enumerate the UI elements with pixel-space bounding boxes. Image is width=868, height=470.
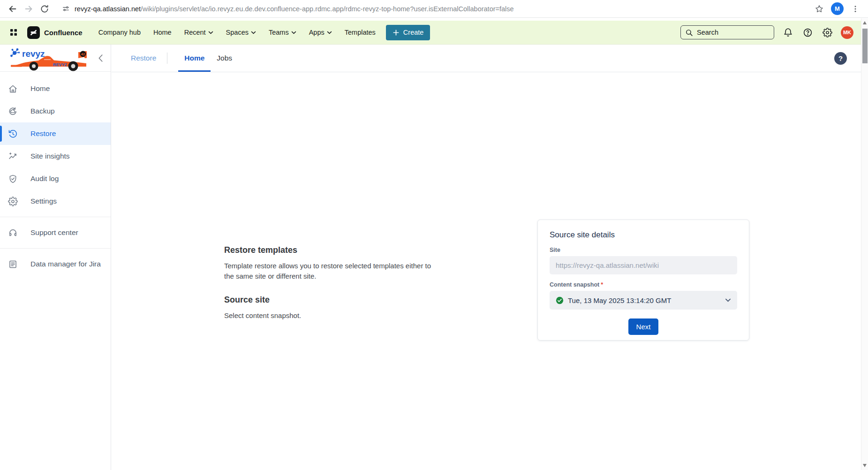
nav-item-apps[interactable]: Apps <box>309 29 332 36</box>
main-content: Restore templates Template restore allow… <box>112 73 861 470</box>
scroll-up-arrow[interactable] <box>863 21 867 24</box>
browser-toolbar: revyz-qa.atlassian.net/wiki/plugins/serv… <box>0 0 868 18</box>
sidebar-item-support-center[interactable]: Support center <box>0 221 111 244</box>
sidebar-item-site-insights[interactable]: Site insights <box>0 145 111 167</box>
tab-home[interactable]: Home <box>178 45 211 72</box>
gear-icon <box>8 197 18 206</box>
sidebar-item-restore[interactable]: Restore <box>0 122 111 145</box>
browser-profile-avatar[interactable]: M <box>831 2 844 15</box>
search-input[interactable]: Search <box>680 25 774 39</box>
required-asterisk: * <box>601 281 603 288</box>
sidebar-divider <box>0 217 111 217</box>
snapshot-value: Tue, 13 May 2025 13:14:20 GMT <box>568 296 671 304</box>
nav-item-templates[interactable]: Templates <box>345 29 376 36</box>
source-site-body: Select content snapshot. <box>224 311 441 321</box>
document-icon <box>8 259 18 269</box>
nav-item-home[interactable]: Home <box>153 29 172 36</box>
url-path: /wiki/plugins/servlet/ac/io.revyz.eu.de.… <box>141 5 514 13</box>
sidebar-nav: Home Backup Restore Site insights Audit … <box>0 72 111 275</box>
user-avatar[interactable]: MK <box>841 26 853 39</box>
restore-templates-title: Restore templates <box>224 245 441 255</box>
svg-text:42: 42 <box>81 52 85 56</box>
page-tabbar: Restore Home Jobs ? <box>112 45 861 72</box>
breadcrumb-restore[interactable]: Restore <box>131 54 156 62</box>
nav-item-recent[interactable]: Recent <box>184 29 213 36</box>
sidebar-item-home[interactable]: Home <box>0 77 111 100</box>
sidebar-item-backup[interactable]: Backup <box>0 100 111 122</box>
content-snapshot-label: Content snapshot * <box>550 281 737 288</box>
chevron-down-icon <box>327 31 332 34</box>
sidebar-divider <box>0 248 111 249</box>
sidebar-item-audit-log[interactable]: Audit log <box>0 167 111 190</box>
sidebar-collapse-icon[interactable] <box>95 53 106 64</box>
app-sidebar: revyz 42 REVYZ Home B <box>0 45 111 470</box>
app-switcher-icon[interactable] <box>8 26 20 38</box>
chevron-down-icon <box>251 31 256 34</box>
insights-chart-icon <box>8 152 18 161</box>
sidebar-item-settings[interactable]: Settings <box>0 190 111 212</box>
nav-item-company-hub[interactable]: Company hub <box>98 29 141 36</box>
url-text: revyz-qa.atlassian.net/wiki/plugins/serv… <box>75 5 514 13</box>
back-icon[interactable] <box>5 2 21 16</box>
sidebar-item-data-manager-jira[interactable]: Data manager for Jira <box>0 253 111 275</box>
source-site-details-card: Source site details Site Content snapsho… <box>537 220 749 341</box>
page-help-icon[interactable]: ? <box>834 52 847 65</box>
headset-icon <box>8 228 18 238</box>
restore-history-icon <box>8 129 18 139</box>
chevron-down-icon <box>291 31 296 34</box>
scroll-down-arrow[interactable] <box>863 464 867 467</box>
chevron-down-icon <box>208 31 213 34</box>
bookmark-star-icon[interactable] <box>811 2 827 16</box>
forward-icon[interactable] <box>21 2 37 16</box>
scrollbar-thumb[interactable] <box>862 29 868 63</box>
header-right-group: Search MK <box>680 25 853 39</box>
browser-menu-icon[interactable] <box>847 2 863 16</box>
revyz-logo: revyz 42 REVYZ <box>0 45 111 72</box>
url-host: revyz-qa.atlassian.net <box>75 5 141 13</box>
nav-item-spaces[interactable]: Spaces <box>226 29 256 36</box>
tab-jobs[interactable]: Jobs <box>211 45 238 72</box>
site-field-label: Site <box>550 247 737 253</box>
plus-icon <box>392 29 400 36</box>
notifications-bell-icon[interactable] <box>782 26 794 38</box>
reload-icon[interactable] <box>37 2 53 16</box>
settings-gear-icon[interactable] <box>821 26 833 38</box>
selected-indicator <box>0 126 2 142</box>
site-url-input[interactable] <box>550 256 737 274</box>
url-bar[interactable]: revyz-qa.atlassian.net/wiki/plugins/serv… <box>56 2 808 16</box>
content-snapshot-select[interactable]: Tue, 13 May 2025 13:14:20 GMT <box>550 291 737 310</box>
restore-description: Restore templates Template restore allow… <box>224 245 441 320</box>
next-button[interactable]: Next <box>628 318 659 335</box>
svg-text:REVYZ: REVYZ <box>53 62 68 67</box>
source-site-title: Source site <box>224 295 441 305</box>
create-button[interactable]: Create <box>386 25 430 40</box>
revyz-car-logo-image: revyz 42 REVYZ <box>9 47 93 71</box>
backup-cloud-icon <box>8 106 18 116</box>
vertical-scrollbar[interactable] <box>861 18 868 470</box>
confluence-logo-icon[interactable] <box>27 26 40 39</box>
confluence-nav-menu: Company hub Home Recent Spaces Teams App… <box>98 29 376 36</box>
home-icon <box>8 84 18 94</box>
nav-item-teams[interactable]: Teams <box>269 29 296 36</box>
check-circle-icon <box>556 296 564 304</box>
svg-text:revyz: revyz <box>22 49 45 59</box>
search-icon <box>685 29 693 37</box>
site-settings-icon[interactable] <box>62 5 70 13</box>
search-placeholder: Search <box>697 29 718 36</box>
confluence-header: Confluence Company hub Home Recent Space… <box>0 21 861 45</box>
tabbar-divider <box>167 53 167 64</box>
card-title: Source site details <box>550 230 737 240</box>
shield-check-icon <box>8 174 18 184</box>
restore-templates-body: Template restore allows you to restore s… <box>224 261 441 281</box>
product-name: Confluence <box>44 29 83 37</box>
help-icon[interactable] <box>801 26 814 38</box>
chevron-down-icon <box>725 298 731 302</box>
